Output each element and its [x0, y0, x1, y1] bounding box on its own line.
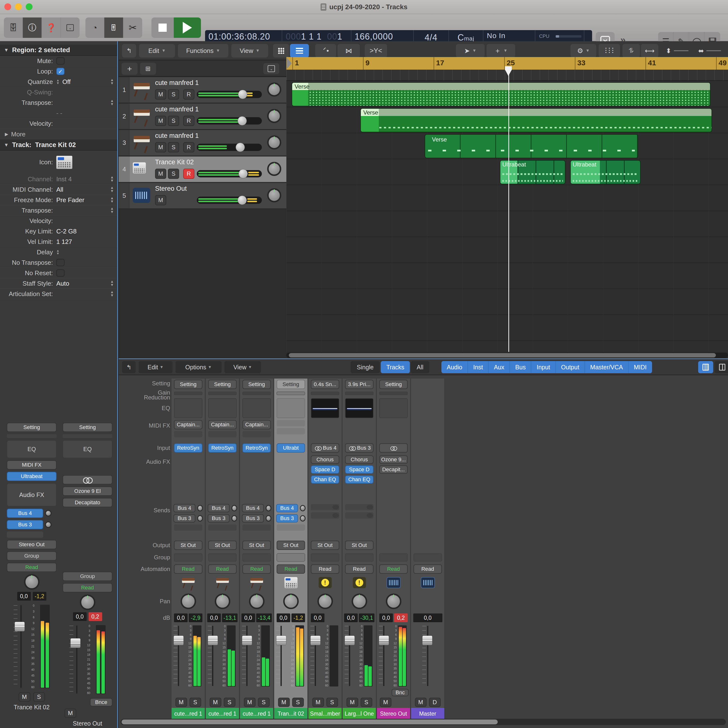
quantize-stepper[interactable]: ▲▼ — [56, 79, 60, 85]
automation-mode-button[interactable]: Read — [379, 564, 408, 574]
track-header-5[interactable]: 5 Stereo Out M — [119, 183, 286, 209]
volume-db-value[interactable]: 0,0 — [277, 613, 290, 622]
send-knob[interactable] — [45, 522, 52, 528]
automation-mode-button[interactable]: Read — [311, 564, 340, 574]
pan-knob[interactable] — [317, 593, 333, 609]
track-transpose-stepper[interactable]: ▲▼ — [110, 207, 114, 214]
staff-style-stepper[interactable]: ▲▼ — [110, 280, 114, 287]
audio-fx-button[interactable]: Chorus — [345, 456, 374, 464]
channel-name-tab[interactable]: Stereo Out — [377, 708, 410, 719]
eq-slot[interactable] — [242, 398, 271, 418]
pan-knob[interactable] — [267, 188, 281, 202]
send-knob[interactable] — [197, 505, 203, 511]
horizontal-zoom-icon[interactable]: ⟷ — [641, 44, 658, 58]
peak-db-value[interactable]: -2,9 — [189, 613, 202, 622]
bounce-button[interactable]: Bnce — [90, 698, 112, 707]
group-slot[interactable]: Group — [7, 551, 57, 561]
midi-channel-stepper[interactable]: ▲▼ — [110, 186, 114, 193]
send-bus3-button[interactable]: Bus 3 — [242, 514, 263, 523]
ultrabeat-region[interactable]: Ultrabeat — [500, 160, 566, 184]
mute-button[interactable]: M — [278, 698, 290, 707]
solo-button[interactable]: S — [361, 698, 372, 707]
mute-button[interactable]: M — [210, 698, 221, 707]
volume-db-value[interactable]: 0,0 — [207, 613, 221, 622]
group-slot[interactable] — [311, 553, 340, 561]
mute-button[interactable]: M — [155, 169, 166, 179]
record-enable-button[interactable]: R — [183, 169, 194, 179]
quick-help-icon[interactable]: ❓ — [42, 17, 61, 38]
track-name[interactable]: Stereo Out — [155, 185, 187, 193]
dim-button[interactable]: D — [429, 698, 441, 707]
mute-button[interactable]: M — [64, 708, 76, 718]
peak-db-value[interactable]: 0,2 — [394, 613, 408, 622]
send-empty-slot[interactable] — [7, 531, 43, 538]
output-button[interactable]: Stereo Out — [7, 540, 57, 549]
wide-view-icon[interactable] — [715, 361, 728, 373]
automation-mode-button[interactable]: Read — [63, 583, 112, 592]
record-enable-button[interactable]: R — [183, 142, 194, 152]
send-empty-slot[interactable] — [311, 512, 340, 518]
filter-output[interactable]: Output — [556, 361, 585, 373]
filter-midi[interactable]: MIDI — [629, 361, 652, 373]
peak-db-value[interactable]: -1,2 — [291, 613, 305, 622]
pan-knob[interactable] — [215, 593, 230, 609]
audio-fx-button[interactable]: Decapitato — [63, 498, 112, 507]
audio-fx-area[interactable]: Ozone 9... Decapit... — [377, 454, 410, 503]
output-button[interactable]: St Out — [242, 541, 271, 550]
editors-scissors-icon[interactable]: ✂ — [123, 17, 142, 38]
midi-fx-button[interactable]: Captain... — [242, 420, 271, 429]
solo-button[interactable]: S — [33, 692, 45, 702]
volume-db-value[interactable]: 0,0 — [242, 613, 255, 622]
channel-name-tab[interactable]: cute...red 1 — [240, 708, 273, 719]
toolbar-toggle-icon[interactable]: ⌄ — [61, 17, 80, 38]
mode-tracks-button[interactable]: Tracks — [381, 361, 410, 373]
automation-mode-button[interactable]: Read — [277, 564, 305, 574]
flex-icon[interactable]: ⋈ — [338, 44, 360, 58]
mode-all-button[interactable]: All — [411, 361, 429, 373]
input-instrument-button[interactable]: Ultrabt — [277, 444, 305, 453]
no-transpose-checkbox[interactable] — [56, 259, 64, 266]
mixer-toggle-icon[interactable]: 🎚 — [104, 17, 123, 38]
midi-fx-button[interactable]: Captain... — [174, 420, 203, 429]
library-icon[interactable]: 🗄 — [4, 17, 23, 38]
eq-thumbnail[interactable] — [311, 398, 340, 418]
volume-db-value[interactable]: 0,0 — [344, 613, 358, 622]
track-view-icon[interactable] — [290, 44, 309, 58]
channel-name-tab[interactable]: cute...red 1 — [206, 708, 239, 719]
peak-db-value[interactable]: -13,1 — [222, 613, 237, 622]
track-inspector-header[interactable]: ▼ Track: Trance Kit 02 — [0, 139, 117, 151]
mute-button[interactable]: M — [155, 116, 166, 126]
mute-button[interactable]: M — [155, 195, 166, 205]
setting-button[interactable]: Setting — [379, 380, 408, 389]
pan-knob[interactable] — [283, 593, 299, 609]
volume-slider[interactable] — [197, 170, 262, 177]
mute-button[interactable]: M — [155, 142, 166, 152]
group-slot[interactable] — [413, 553, 442, 561]
eq-thumbnail[interactable] — [345, 398, 374, 418]
channel-name[interactable]: Stereo Out — [73, 720, 102, 727]
pan-knob[interactable] — [80, 595, 95, 610]
channel-name-tab[interactable]: Master — [411, 708, 444, 719]
send-empty-slot[interactable] — [174, 525, 203, 531]
region-inspector-header[interactable]: ▼ Region: 2 selected — [0, 44, 117, 56]
input-instrument-button[interactable]: RetroSyn — [242, 444, 271, 453]
solo-button[interactable]: S — [292, 698, 304, 707]
eq-slot[interactable] — [208, 398, 237, 418]
volume-db-value[interactable]: 0,0 — [311, 613, 324, 622]
send-knob[interactable] — [266, 515, 271, 522]
track-header-3[interactable]: 3 cute manfred 1 M S R — [119, 130, 286, 156]
vertical-zoom-slider[interactable]: ⬍ — [662, 44, 692, 58]
solo-button[interactable]: S — [168, 89, 179, 99]
volume-slider[interactable] — [197, 91, 262, 98]
volume-fader[interactable] — [173, 636, 184, 645]
send-bus4-button[interactable]: Bus 4 — [242, 504, 263, 512]
midi-fx-empty-slot[interactable] — [242, 431, 271, 437]
functions-menu[interactable]: Functions▼ — [178, 44, 228, 58]
output-button[interactable]: St Out — [311, 541, 340, 550]
peak-db-value[interactable]: -13,4 — [256, 613, 272, 622]
group-slot[interactable] — [174, 553, 203, 561]
setting-button[interactable]: Setting — [242, 380, 271, 389]
audio-fx-area[interactable] — [171, 454, 205, 503]
volume-db-value[interactable]: 0,0 — [73, 612, 87, 621]
send-bus4-button[interactable]: Bus 4 — [7, 509, 43, 518]
